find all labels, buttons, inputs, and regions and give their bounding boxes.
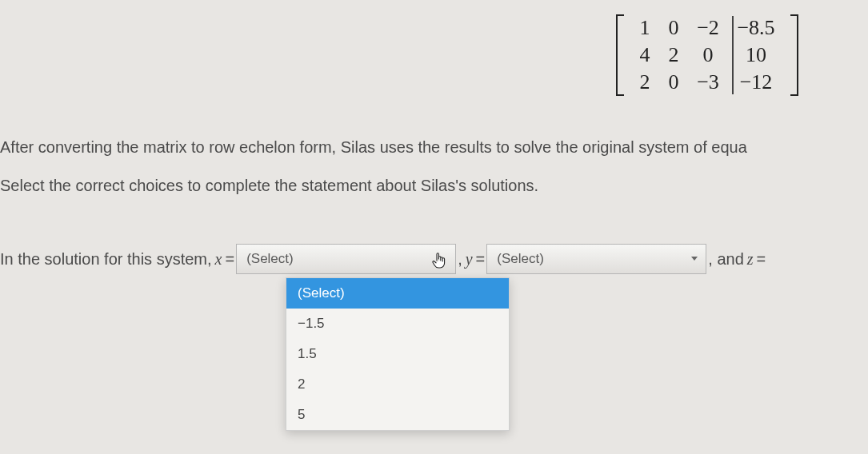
matrix-grid: 1 0 −2 −8.5 4 2 0 10 2 0 −3 −12 bbox=[626, 14, 789, 96]
question-line-1: After converting the matrix to row echel… bbox=[0, 136, 747, 158]
matrix-cell: 0 bbox=[703, 43, 714, 67]
dropdown-option[interactable]: 2 bbox=[286, 369, 509, 400]
comma-text: , bbox=[458, 250, 462, 269]
matrix-cell: 4 bbox=[640, 43, 650, 67]
select-x[interactable]: (Select) bbox=[236, 244, 456, 274]
select-y[interactable]: (Select) bbox=[486, 244, 706, 274]
variable-x: x bbox=[215, 250, 222, 269]
matrix-cell: 1 bbox=[640, 16, 650, 40]
equals-text: = bbox=[225, 250, 234, 269]
matrix-cell: −12 bbox=[740, 70, 773, 94]
matrix-left-bracket bbox=[616, 14, 626, 96]
dropdown-option[interactable]: 5 bbox=[286, 400, 509, 430]
matrix-cell: 10 bbox=[746, 43, 766, 67]
hand-cursor-icon bbox=[431, 253, 447, 274]
select-y-placeholder: (Select) bbox=[497, 251, 544, 266]
dropdown-option[interactable]: (Select) bbox=[286, 278, 509, 309]
dropdown-x-options[interactable]: (Select) −1.5 1.5 2 5 bbox=[286, 277, 510, 431]
chevron-down-icon bbox=[691, 257, 698, 261]
variable-y: y bbox=[466, 250, 473, 269]
select-x-placeholder: (Select) bbox=[246, 251, 294, 266]
dropdown-option[interactable]: −1.5 bbox=[286, 309, 509, 339]
matrix-cell: −8.5 bbox=[737, 16, 774, 40]
equals-text: = bbox=[757, 250, 766, 269]
matrix-augment-divider bbox=[732, 16, 734, 94]
matrix-cell: −2 bbox=[697, 16, 719, 40]
dropdown-option[interactable]: 1.5 bbox=[286, 339, 509, 369]
matrix-cell: −3 bbox=[697, 70, 719, 94]
question-line-2: Select the correct choices to complete t… bbox=[0, 174, 538, 197]
matrix-right-bracket bbox=[789, 14, 798, 96]
variable-z: z bbox=[747, 250, 754, 269]
and-z-text: , and bbox=[708, 250, 743, 269]
matrix-cell: 0 bbox=[669, 70, 679, 94]
equals-text: = bbox=[476, 250, 486, 269]
matrix-cell: 2 bbox=[669, 43, 679, 67]
solution-prefix: In the solution for this system, bbox=[0, 250, 212, 269]
matrix-cell: 0 bbox=[669, 16, 679, 40]
solution-statement: In the solution for this system, x = (Se… bbox=[0, 244, 766, 274]
matrix-cell: 2 bbox=[640, 70, 650, 94]
augmented-matrix: 1 0 −2 −8.5 4 2 0 10 2 0 −3 −12 bbox=[616, 14, 798, 96]
